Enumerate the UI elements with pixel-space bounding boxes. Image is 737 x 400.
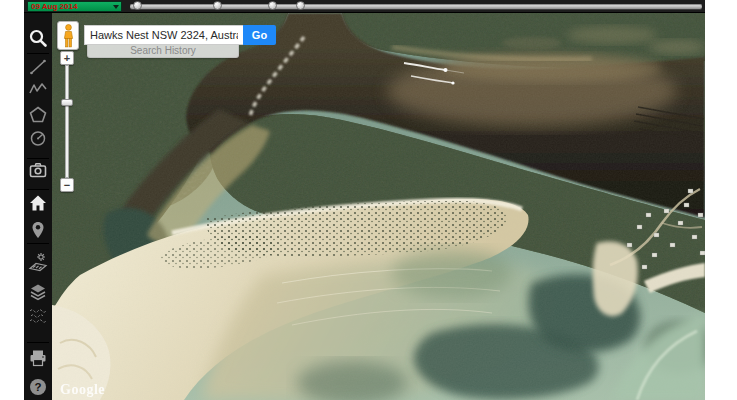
photo-grain: [52, 13, 705, 400]
toolbar-sidebar: ?: [24, 13, 52, 400]
sidebar-tool-sun-shadow[interactable]: [28, 252, 48, 272]
aerial-imagery[interactable]: Google: [52, 13, 705, 400]
help-icon: ?: [28, 377, 48, 397]
measure-path-icon: [28, 80, 48, 100]
timeline-track[interactable]: [130, 4, 702, 9]
timeline-handle[interactable]: [133, 1, 142, 10]
measure-circle-icon: [28, 128, 48, 148]
timeline-handle[interactable]: [296, 1, 305, 10]
sidebar-tool-location-pin[interactable]: [28, 220, 48, 240]
sidebar-tool-measure-path[interactable]: [28, 80, 48, 100]
sun-shadow-icon: [28, 252, 48, 272]
dropdown-caret-icon: [113, 5, 119, 9]
sidebar-tool-terrain-sketch[interactable]: [28, 305, 48, 325]
date-selector[interactable]: 09 Aug 2014: [27, 1, 122, 12]
go-button[interactable]: Go: [243, 25, 276, 45]
zoom-slider-track[interactable]: [65, 65, 69, 178]
pegman-icon: [62, 24, 75, 48]
sidebar-tool-camera[interactable]: [28, 160, 48, 180]
search-icon: [28, 28, 48, 48]
sidebar-divider: [27, 342, 49, 343]
sidebar-tool-home[interactable]: [28, 193, 48, 213]
sidebar-tool-layers[interactable]: [28, 282, 48, 302]
zoom-slider-handle[interactable]: [61, 99, 73, 106]
camera-icon: [28, 160, 48, 180]
measure-line-icon: [28, 57, 48, 77]
measure-area-icon: [28, 105, 48, 125]
sidebar-tool-help[interactable]: ?: [28, 377, 48, 397]
search-input[interactable]: [84, 25, 243, 45]
svg-text:?: ?: [34, 381, 41, 393]
timeline-toolbar: 09 Aug 2014: [24, 0, 705, 13]
sidebar-tool-search[interactable]: [28, 28, 48, 48]
layers-icon: [28, 282, 48, 302]
sidebar-divider: [27, 189, 49, 190]
sidebar-divider: [27, 53, 49, 54]
sidebar-divider: [27, 243, 49, 244]
search-history-button[interactable]: Search History: [87, 45, 239, 58]
zoom-out-button[interactable]: −: [60, 178, 74, 192]
date-selector-value: 09 Aug 2014: [31, 2, 77, 11]
timeline-handle[interactable]: [268, 1, 277, 10]
print-icon: [28, 348, 48, 368]
zoom-in-button[interactable]: +: [60, 51, 74, 65]
google-watermark: Google: [60, 382, 105, 397]
home-icon: [28, 193, 48, 213]
sidebar-divider: [27, 158, 49, 159]
pegman-control[interactable]: [57, 21, 79, 50]
sidebar-tool-measure-circle[interactable]: [28, 128, 48, 148]
sidebar-tool-measure-line[interactable]: [28, 57, 48, 77]
sidebar-tool-print[interactable]: [28, 348, 48, 368]
terrain-sketch-icon: [28, 305, 48, 325]
screenshot-root: 09 Aug 2014 ?: [0, 0, 737, 400]
sidebar-tool-measure-area[interactable]: [28, 105, 48, 125]
location-pin-icon: [28, 220, 48, 240]
map-viewport[interactable]: Google Go Search History + −: [52, 13, 705, 400]
timeline-handle[interactable]: [213, 1, 222, 10]
